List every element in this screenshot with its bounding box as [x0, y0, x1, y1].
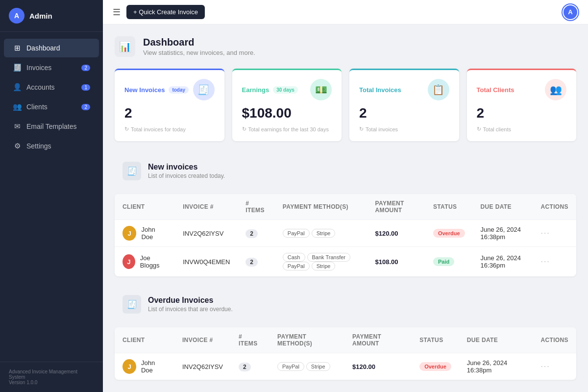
menu-toggle-icon[interactable]: ☰ [113, 7, 121, 18]
col-invoice: Invoice # [174, 327, 231, 353]
footer-line2: Version 1.0.0 [9, 380, 94, 385]
stat-label: Total Clients [477, 86, 514, 94]
payment-method-tag: PayPal [277, 362, 304, 371]
overdue-invoices-table: Client Invoice # # Items Payment Method(… [115, 327, 576, 380]
status-badge: Overdue [419, 362, 451, 371]
sidebar-item-dashboard[interactable]: ⊞ Dashboard [4, 39, 99, 57]
stat-header: Total Invoices 📋 [359, 79, 449, 100]
payment-method-tag: Bank Transfer [307, 253, 350, 262]
overdue-invoices-title: Overdue Invoices [148, 296, 233, 305]
col-amount: Payment Amount [368, 194, 425, 220]
sidebar-item-email-templates[interactable]: ✉ Email Templates [4, 117, 99, 136]
actions-cell[interactable]: ··· [533, 220, 576, 247]
sidebar-item-label: Settings [26, 142, 51, 150]
sidebar-item-invoices[interactable]: 🧾 Invoices 2 [4, 58, 99, 77]
topbar-user-avatar[interactable]: A [563, 4, 578, 20]
col-actions: Actions [533, 327, 576, 353]
actions-cell[interactable]: ··· [533, 353, 576, 380]
stat-icon: 🧾 [193, 79, 215, 100]
sidebar-footer: Advanced Invoice Management System Versi… [0, 362, 103, 392]
new-invoices-table-container: Client Invoice # # Items Payment Method(… [115, 194, 576, 276]
payment-methods: PayPalStripe [270, 353, 344, 380]
clients-badge: 2 [81, 104, 90, 110]
sidebar-item-accounts[interactable]: 👤 Accounts 1 [4, 78, 99, 97]
new-invoices-subtitle: List of invoices created today. [148, 172, 225, 179]
status-cell: Paid [425, 247, 473, 277]
stat-header: New Invoices today 🧾 [124, 79, 215, 100]
stat-label: Total Invoices [359, 86, 401, 94]
invoices-badge: 2 [81, 65, 90, 71]
page-subtitle: View statistics, new invoices, and more. [143, 49, 255, 56]
status-cell: Overdue [425, 220, 473, 247]
clients-icon: 👥 [13, 102, 22, 111]
overdue-invoices-section: 🧾 Overdue Invoices List of invoices that… [115, 288, 576, 380]
sidebar: A Admin ⊞ Dashboard 🧾 Invoices 2 👤 Accou… [0, 0, 103, 392]
col-invoice: Invoice # [175, 194, 238, 220]
stat-icon: 👥 [545, 79, 566, 100]
payment-methods: PayPalStripe [275, 220, 368, 247]
stat-badge: today [169, 86, 189, 94]
table-row: JJoe BloggsINVW0Q4EMEN2CashBank Transfer… [115, 247, 576, 277]
sidebar-user-name: Admin [29, 12, 52, 20]
email-templates-icon: ✉ [13, 122, 22, 131]
new-invoices-section: 🧾 New invoices List of invoices created … [115, 155, 576, 276]
sidebar-item-settings[interactable]: ⚙ Settings [4, 137, 99, 155]
status-badge: Paid [433, 257, 454, 266]
stat-new-invoices: New Invoices today 🧾 2 ↻Total invoices f… [115, 69, 224, 141]
stat-footer: ↻Total clients [477, 126, 567, 132]
col-items: # Items [238, 194, 274, 220]
client-name: John Doe [141, 359, 167, 374]
payment-methods: CashBank TransferPayPalStripe [275, 247, 368, 277]
stat-footer: ↻Total invoices [359, 126, 449, 132]
col-due-date: Due Date [459, 327, 533, 353]
invoice-number: INV2Q62IYSV [175, 220, 238, 247]
main-area: ☰ + Quick Create Invoice A 📊 Dashboard V… [103, 0, 588, 392]
col-client: Client [115, 327, 174, 353]
settings-icon: ⚙ [13, 142, 22, 150]
sidebar-nav: ⊞ Dashboard 🧾 Invoices 2 👤 Accounts 1 👥 … [0, 32, 103, 362]
actions-cell[interactable]: ··· [533, 247, 576, 277]
table-row: JJohn DoeINV2Q62IYSV2PayPalStripe$120.00… [115, 353, 576, 380]
new-invoices-title: New invoices [148, 163, 225, 172]
page-header-icon: 📊 [115, 36, 135, 57]
col-items: # Items [231, 327, 270, 353]
stat-badge: 30 days [273, 86, 298, 94]
sidebar-item-label: Accounts [26, 83, 55, 91]
payment-amount: $120.00 [368, 220, 425, 247]
client-name: Joe Bloggs [140, 254, 167, 269]
stat-total-invoices: Total Invoices 📋 2 ↻Total invoices [349, 69, 459, 141]
stat-icon: 💵 [310, 79, 332, 100]
row-actions-button[interactable]: ··· [540, 362, 550, 370]
client-avatar: J [122, 359, 136, 374]
overdue-invoices-section-header: 🧾 Overdue Invoices List of invoices that… [115, 288, 576, 320]
stat-label: Earnings [242, 86, 270, 94]
items-count: 2 [238, 220, 274, 247]
invoice-number: INV2Q62IYSV [174, 353, 231, 380]
topbar-right: A [563, 4, 578, 20]
payment-method-tag: Cash [283, 253, 305, 262]
quick-create-label: + Quick Create Invoice [133, 8, 198, 16]
quick-create-button[interactable]: + Quick Create Invoice [126, 5, 205, 19]
items-count: 2 [231, 353, 270, 380]
row-actions-button[interactable]: ··· [540, 257, 550, 266]
client-cell: JJohn Doe [115, 353, 174, 380]
sidebar-item-clients[interactable]: 👥 Clients 2 [4, 98, 99, 116]
client-cell: JJohn Doe [115, 220, 175, 247]
payment-method-tag: PayPal [283, 229, 310, 238]
stats-row: New Invoices today 🧾 2 ↻Total invoices f… [115, 69, 576, 141]
stat-value: 2 [359, 105, 449, 121]
content-area: 📊 Dashboard View statistics, new invoice… [103, 24, 588, 392]
section-header-text: New invoices List of invoices created to… [148, 163, 225, 179]
table-row: JJohn DoeINV2Q62IYSV2PayPalStripe$120.00… [115, 220, 576, 247]
due-date: June 26, 2024 16:38pm [459, 353, 533, 380]
new-invoices-section-header: 🧾 New invoices List of invoices created … [115, 155, 576, 187]
sidebar-header: A Admin [0, 0, 103, 32]
section-icon: 🧾 [122, 295, 141, 314]
row-actions-button[interactable]: ··· [540, 229, 550, 237]
items-count: 2 [238, 247, 274, 277]
payment-method-tag: Stripe [312, 229, 336, 238]
accounts-icon: 👤 [13, 83, 22, 92]
payment-amount: $108.00 [368, 247, 425, 277]
payment-method-tag: Stripe [312, 262, 336, 270]
sidebar-item-label: Clients [26, 103, 48, 111]
